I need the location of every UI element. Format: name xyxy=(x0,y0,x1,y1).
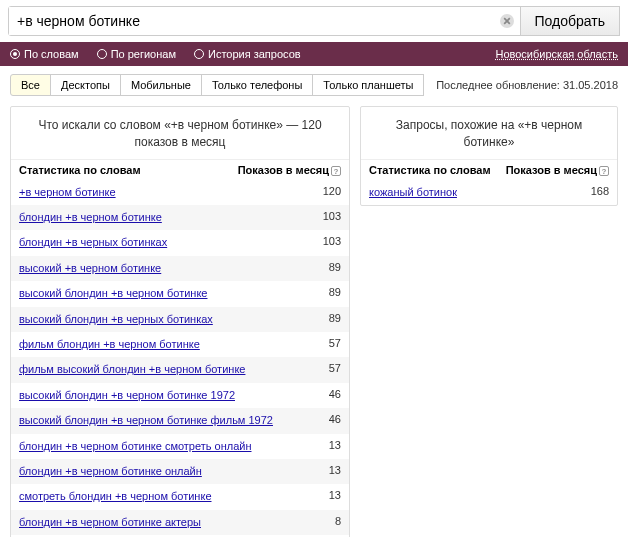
table-body: кожаный ботинок168 xyxy=(361,180,617,205)
query-count: 168 xyxy=(559,185,609,197)
query-link[interactable]: блондин +в черных ботинках xyxy=(19,235,291,250)
col-query-header: Статистика по словам xyxy=(369,164,499,176)
col-count-header: Показов в месяц? xyxy=(231,164,341,176)
col-query-header: Статистика по словам xyxy=(19,164,231,176)
query-link[interactable]: высокий +в черном ботинке xyxy=(19,261,291,276)
region-selector[interactable]: Новосибирская область xyxy=(495,48,618,60)
filter-bar: По словам По регионам История запросов Н… xyxy=(0,42,628,66)
query-count: 13 xyxy=(291,439,341,451)
panel-main-queries: Что искали со словом «+в черном ботинке»… xyxy=(10,106,350,537)
last-update: Последнее обновление: 31.05.2018 xyxy=(436,79,618,91)
table-row: +в черном ботинке120 xyxy=(11,180,349,205)
panel-similar-queries: Запросы, похожие на «+в черном ботинке» … xyxy=(360,106,618,206)
clear-icon[interactable] xyxy=(500,14,514,28)
col-count-label: Показов в месяц xyxy=(506,164,597,176)
query-link[interactable]: блондин +в черном ботинке xyxy=(19,210,291,225)
query-count: 120 xyxy=(291,185,341,197)
submit-button[interactable]: Подобрать xyxy=(520,6,621,36)
query-link[interactable]: смотреть блондин +в черном ботинке xyxy=(19,489,291,504)
help-icon[interactable]: ? xyxy=(331,166,341,176)
panel-main-title: Что искали со словом «+в черном ботинке»… xyxy=(11,107,349,159)
table-header: Статистика по словам Показов в месяц? xyxy=(361,159,617,180)
tabs-row: Все Десктопы Мобильные Только телефоны Т… xyxy=(0,66,628,100)
query-count: 46 xyxy=(291,388,341,400)
query-link[interactable]: блондин +в черном ботинке смотреть онлай… xyxy=(19,439,291,454)
query-count: 13 xyxy=(291,489,341,501)
table-row: высокий +в черном ботинке89 xyxy=(11,256,349,281)
table-header: Статистика по словам Показов в месяц? xyxy=(11,159,349,180)
panel-similar-title: Запросы, похожие на «+в черном ботинке» xyxy=(361,107,617,159)
query-link[interactable]: высокий блондин +в черном ботинке фильм … xyxy=(19,413,291,428)
table-row: блондин +в черном ботинке онлайн13 xyxy=(11,459,349,484)
table-row: высокий блондин +в черных ботинках89 xyxy=(11,307,349,332)
table-row: блондин +в черном ботинке103 xyxy=(11,205,349,230)
query-link[interactable]: блондин +в черном ботинке актеры xyxy=(19,515,291,530)
query-link[interactable]: высокий блондин +в черных ботинках xyxy=(19,312,291,327)
query-count: 89 xyxy=(291,286,341,298)
table-row: фильм блондин +в черном ботинке57 xyxy=(11,332,349,357)
query-count: 89 xyxy=(291,261,341,273)
tab-phones-only[interactable]: Только телефоны xyxy=(201,74,313,96)
query-count: 57 xyxy=(291,362,341,374)
query-count: 13 xyxy=(291,464,341,476)
query-count: 103 xyxy=(291,210,341,222)
table-row: смотреть блондин +в черном ботинке13 xyxy=(11,484,349,509)
filter-by-regions-label: По регионам xyxy=(111,48,176,60)
query-link[interactable]: фильм блондин +в черном ботинке xyxy=(19,337,291,352)
col-count-label: Показов в месяц xyxy=(238,164,329,176)
filter-by-words[interactable]: По словам xyxy=(10,48,79,60)
query-link[interactable]: высокий блондин +в черном ботинке xyxy=(19,286,291,301)
query-link[interactable]: фильм высокий блондин +в черном ботинке xyxy=(19,362,291,377)
col-count-header: Показов в месяц? xyxy=(499,164,609,176)
query-count: 8 xyxy=(291,515,341,527)
tab-all[interactable]: Все xyxy=(10,74,51,96)
panels: Что искали со словом «+в черном ботинке»… xyxy=(0,100,628,537)
filter-history-label: История запросов xyxy=(208,48,301,60)
table-row: блондин +в черном ботинке смотреть онлай… xyxy=(11,434,349,459)
table-row: высокий блондин +в черном ботинке89 xyxy=(11,281,349,306)
query-link[interactable]: блондин +в черном ботинке онлайн xyxy=(19,464,291,479)
filter-by-words-label: По словам xyxy=(24,48,79,60)
query-count: 46 xyxy=(291,413,341,425)
tab-tablets-only[interactable]: Только планшеты xyxy=(312,74,424,96)
query-count: 103 xyxy=(291,235,341,247)
search-input[interactable] xyxy=(9,7,520,35)
table-row: фильм высокий блондин +в черном ботинке5… xyxy=(11,357,349,382)
filter-history[interactable]: История запросов xyxy=(194,48,301,60)
table-row: блондин +в черном ботинке актеры8 xyxy=(11,510,349,535)
query-link[interactable]: кожаный ботинок xyxy=(369,185,559,200)
query-count: 57 xyxy=(291,337,341,349)
table-row: кожаный ботинок168 xyxy=(361,180,617,205)
query-count: 89 xyxy=(291,312,341,324)
filter-by-regions[interactable]: По регионам xyxy=(97,48,176,60)
table-row: высокий блондин +в черном ботинке 197246 xyxy=(11,383,349,408)
query-link[interactable]: высокий блондин +в черном ботинке 1972 xyxy=(19,388,291,403)
table-body: +в черном ботинке120блондин +в черном бо… xyxy=(11,180,349,537)
search-bar: Подобрать xyxy=(0,0,628,42)
help-icon[interactable]: ? xyxy=(599,166,609,176)
search-input-wrap xyxy=(8,6,521,36)
table-row: высокий блондин +в черном ботинке фильм … xyxy=(11,408,349,433)
table-row: блондин +в черных ботинках103 xyxy=(11,230,349,255)
query-link[interactable]: +в черном ботинке xyxy=(19,185,291,200)
tab-mobiles[interactable]: Мобильные xyxy=(120,74,202,96)
tab-desktops[interactable]: Десктопы xyxy=(50,74,121,96)
